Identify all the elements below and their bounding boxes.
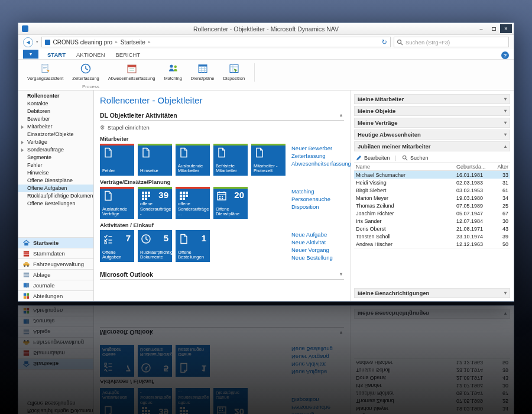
help-button[interactable]: ?	[501, 51, 509, 59]
expand-icon[interactable]: ▾	[340, 271, 344, 277]
breadcrumb-page[interactable]: Startseite	[121, 39, 145, 46]
sidebar-item-bewerber[interactable]: Bewerber	[18, 115, 93, 123]
table-row[interactable]: Iris Sander12.07.198430	[354, 217, 510, 225]
table-row[interactable]: Thomas Zeilund07.05.198925	[354, 202, 510, 209]
cue-tile-offene-bestellungen[interactable]: 1 Offene Bestellungen	[176, 230, 210, 262]
history-dropdown-icon[interactable]: ▾	[36, 40, 38, 44]
table-row[interactable]: Heidi Vissing02.03.198331	[354, 179, 510, 186]
edit-button[interactable]: Bearbeiten	[364, 155, 390, 161]
expand-icon[interactable]	[21, 141, 24, 144]
sidebar-item-mitarbeiter[interactable]: Mitarbeiter	[18, 123, 93, 131]
ribbon-action-dienstplaene[interactable]: Dienstpläne	[189, 62, 216, 82]
restore-button[interactable]	[488, 24, 499, 33]
search-button[interactable]: Suchen	[410, 155, 429, 161]
cue-tile-auslaufende-mitarbeiter[interactable]: Auslaufende Mitarbeiter	[176, 144, 210, 176]
table-row[interactable]: Michael Schumacher16.01.198133	[354, 171, 510, 179]
refresh-icon[interactable]: ↻	[382, 39, 387, 46]
sidebar-item-rollencenter[interactable]: Rollencenter	[18, 92, 93, 100]
cue-tile-fehler[interactable]: Fehler	[100, 144, 134, 176]
search-input[interactable]	[406, 39, 506, 46]
sidebar-item-hinweise[interactable]: Hinweise	[18, 169, 93, 177]
sidebar-item-fehler[interactable]: Fehler	[18, 161, 93, 169]
activities-section-header[interactable]: DL Objektleiter Aktivitäten ▴	[100, 110, 344, 121]
link-abwesenheitserfassung[interactable]: Abwesenheitserfassung	[291, 160, 351, 167]
table-row[interactable]: Birgit Siebert03.03.195361	[354, 186, 510, 194]
panel-meine-benachrichtigungen[interactable]: Meine Benachrichtigungen▾	[354, 288, 510, 298]
search-box[interactable]	[394, 37, 509, 47]
table-row[interactable]: Andrea Hischer12.12.196350	[354, 240, 510, 248]
ribbon-action-abwesenheitserfassung[interactable]: Abwesenheitserfassung	[106, 62, 157, 82]
nav-button-ablage[interactable]: Ablage	[18, 269, 93, 280]
sidebar-item-offene-bestellungen[interactable]: Offene Bestellungen	[18, 200, 93, 208]
book-icon	[22, 282, 30, 289]
panel-heutige-abwesenheiten[interactable]: Heutige Abwesenheiten▾	[354, 130, 510, 140]
panel-meine-mitarbeiter[interactable]: Meine Mitarbeiter▾	[354, 94, 510, 104]
cue-tile-hinweise[interactable]: Hinweise	[138, 144, 172, 176]
sidebar-item-debitoren[interactable]: Debitoren	[18, 108, 93, 115]
breadcrumb-company[interactable]: CRONUS cleaning pro	[53, 39, 113, 46]
ribbon-action-vorgangsassistent[interactable]: Vorgangsassistent	[25, 62, 65, 82]
expand-icon[interactable]	[21, 148, 24, 152]
nav-button-fahrzeugverwaltung[interactable]: Fahrzeugverwaltung	[18, 258, 93, 269]
ribbon-action-disposition[interactable]: Disposition	[221, 62, 246, 82]
app-menu-button[interactable]: ▼	[23, 50, 38, 59]
nav-button-journale[interactable]: Journale	[18, 280, 93, 290]
cue-tile-offene-aufgaben[interactable]: 7 Offene Aufgaben	[100, 230, 134, 262]
expand-icon[interactable]: ▾	[504, 290, 507, 296]
nav-button-stammdaten[interactable]: Stammdaten	[18, 248, 93, 258]
link-personensuche[interactable]: Personensuche	[291, 196, 330, 202]
sidebar-item-einsatzorte[interactable]: Einsatzorte/Objekte	[18, 131, 93, 138]
back-button[interactable]: ◀	[23, 37, 33, 47]
ribbon-action-matching[interactable]: Matching	[162, 62, 183, 82]
cue-tile-mitarbeiter-probezeit[interactable]: Mitarbeiter - Probezeit	[251, 144, 286, 176]
nav-button-startseite[interactable]: Startseite	[18, 237, 93, 248]
sidebar-item-kontakte[interactable]: Kontakte	[18, 100, 93, 108]
cue-tile-befristete-mitarbeiter[interactable]: Befristete Mitarbeiter	[213, 144, 248, 176]
cue-tile-ruecklaufpflichtige-dokumente[interactable]: 5 Rücklaufpflichtige Dokumente	[138, 230, 172, 262]
panel-meine-objekte[interactable]: Meine Objekte▾	[354, 106, 510, 116]
table-row[interactable]: Marion Meyer19.03.198034	[354, 194, 510, 202]
panel-jubilaeen-header[interactable]: Jubiläen meiner Mitarbeiter▴	[354, 141, 510, 151]
link-disposition[interactable]: Disposition	[291, 203, 330, 210]
setup-link[interactable]: ⚙ Stapel einrichten	[100, 122, 344, 132]
link-neue-aufgabe[interactable]: Neue Aufgabe	[291, 231, 333, 238]
breadcrumb[interactable]: CRONUS cleaning pro ▸ Startseite ▸ ↻	[41, 37, 391, 47]
sidebar-item-sonderauftraege[interactable]: Sonderaufträge	[18, 146, 93, 154]
table-row[interactable]: Joachim Richter05.07.194767	[354, 209, 510, 217]
panel-meine-vertraege[interactable]: Meine Verträge▾	[354, 118, 510, 128]
link-zeiterfassung[interactable]: Zeiterfassung	[291, 153, 351, 159]
sidebar-item-ruecklaufpflichtige-dokumente[interactable]: Rücklaufpflichtige Dokumente	[18, 192, 93, 200]
nav-button-abteilungen[interactable]: Abteilungen	[18, 290, 93, 301]
ribbon-action-zeiterfassung[interactable]: Zeiterfassung	[70, 62, 100, 82]
tab-start[interactable]: START	[42, 50, 71, 59]
link-matching[interactable]: Matching	[291, 188, 330, 195]
link-neue-aktivitaet[interactable]: Neue Aktivität	[291, 239, 333, 245]
link-neue-bestellung[interactable]: Neue Bestellung	[291, 254, 333, 261]
table-row[interactable]: Tonsten Scholl23.10.197439	[354, 232, 510, 240]
expand-icon[interactable]: ▾	[504, 120, 507, 125]
cue-tile-auslaufende-vertraege[interactable]: Auslaufende Verträge	[100, 187, 134, 219]
tab-aktionen[interactable]: AKTIONEN	[71, 50, 111, 59]
cue-tile-offene-sonderauftraege-2[interactable]: offene Sonderaufträge ...	[176, 187, 210, 219]
expand-icon[interactable]: ▾	[504, 96, 507, 102]
cue-group-aktivitaeten: Aktivitäten / Einkauf 7 Offene Aufgaben	[100, 222, 344, 262]
sidebar-item-segmente[interactable]: Segmente	[18, 154, 93, 161]
cue-tile-offene-dienstplaene[interactable]: 20 Offene Dienstpläne	[213, 187, 248, 219]
table-header-row[interactable]: Name Geburtsda... Alter	[354, 163, 510, 171]
expand-icon[interactable]	[21, 125, 24, 129]
expand-icon[interactable]: ▾	[504, 108, 507, 114]
cue-tile-offene-sonderauftraege[interactable]: 39 offene Sonderaufträge -	[138, 187, 172, 219]
table-row[interactable]: Doris Oberst21.08.197143	[354, 225, 510, 232]
tab-bericht[interactable]: BERICHT	[111, 50, 146, 59]
expand-icon[interactable]: ▾	[504, 132, 507, 137]
collapse-icon[interactable]: ▴	[504, 144, 507, 149]
sidebar-item-offene-aufgaben[interactable]: Offene Aufgaben	[18, 185, 93, 192]
collapse-icon[interactable]: ▴	[340, 112, 344, 118]
minimize-button[interactable]: –	[475, 24, 487, 33]
outlook-section-header[interactable]: Microsoft Outlook ▾	[100, 269, 344, 280]
sidebar-item-vertraege[interactable]: Verträge	[18, 138, 93, 146]
sidebar-item-offene-dienstplaene[interactable]: Offene Dienstpläne	[18, 177, 93, 185]
close-button[interactable]: ×	[500, 24, 512, 33]
link-neuer-bewerber[interactable]: Neuer Bewerber	[291, 145, 351, 151]
link-neuer-vorgang[interactable]: Neuer Vorgang	[291, 247, 333, 253]
